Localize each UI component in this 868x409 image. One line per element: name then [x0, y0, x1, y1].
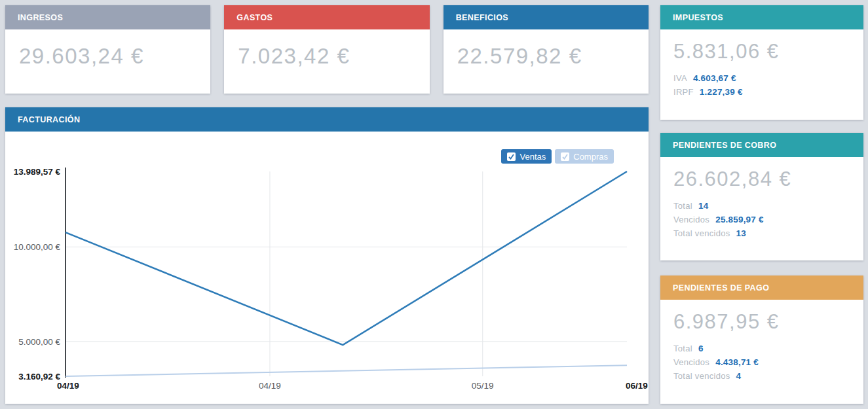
- pendientes-pago-card-header: PENDIENTES DE PAGO: [660, 276, 863, 300]
- gastos-value: 7.023,42 €: [238, 44, 415, 69]
- beneficios-card-header: BENEFICIOS: [443, 5, 649, 29]
- stat-row: Vencidos4.438,71 €: [673, 357, 850, 367]
- gastos-card-header: GASTOS: [224, 5, 429, 29]
- stat-label: IRPF: [673, 87, 694, 97]
- facturacion-line-chart: 13.989,57 €10.000,00 €5.000,00 €3.160,92…: [5, 132, 649, 404]
- beneficios-title: BENEFICIOS: [456, 13, 508, 22]
- y-axis-tick-label: 5.000,00 €: [18, 337, 60, 347]
- pendientes-pago-stats: Total6 Vencidos4.438,71 € Total vencidos…: [673, 344, 850, 381]
- x-axis-tick-label: 06/19: [626, 381, 648, 391]
- impuestos-stats: IVA4.603,67 € IRPF1.227,39 €: [673, 73, 850, 97]
- stat-row: Total14: [673, 201, 850, 211]
- checkbox-checked-icon: [507, 152, 516, 161]
- beneficios-card-body: 22.579,82 €: [443, 29, 649, 69]
- pendientes-pago-value: 6.987,95 €: [673, 310, 850, 334]
- legend-ventas-button[interactable]: Ventas: [501, 149, 552, 164]
- stat-label: Vencidos: [673, 357, 709, 367]
- stat-value: 14: [698, 201, 708, 211]
- gastos-title: GASTOS: [236, 13, 273, 22]
- stat-row: IVA4.603,67 €: [673, 73, 850, 83]
- stat-value: 4.603,67 €: [693, 73, 736, 83]
- stat-value: 4: [736, 371, 742, 381]
- pendientes-cobro-card-header: PENDIENTES DE COBRO: [660, 133, 863, 157]
- stat-label: Total vencidos: [673, 371, 730, 381]
- stat-label: Total: [673, 201, 692, 211]
- stat-row: IRPF1.227,39 €: [673, 87, 850, 97]
- y-axis-tick-label: 13.989,57 €: [14, 167, 61, 177]
- pendientes-cobro-card-body: 26.602,84 € Total14 Vencidos25.859,97 € …: [660, 157, 863, 238]
- pendientes-cobro-title: PENDIENTES DE COBRO: [673, 141, 776, 150]
- pendientes-pago-card-body: 6.987,95 € Total6 Vencidos4.438,71 € Tot…: [660, 300, 863, 381]
- stat-label: Total: [673, 344, 692, 353]
- stat-value: 1.227,39 €: [700, 87, 743, 97]
- stat-row: Vencidos25.859,97 €: [673, 215, 850, 224]
- chart-legend: Ventas Compras: [501, 149, 614, 164]
- pendientes-pago-title: PENDIENTES DE PAGO: [673, 283, 769, 293]
- facturacion-card-header: FACTURACIÓN: [5, 107, 649, 132]
- impuestos-card-header: IMPUESTOS: [660, 5, 863, 29]
- x-axis-tick-label: 04/19: [259, 381, 281, 391]
- stat-label: Total vencidos: [673, 228, 730, 238]
- legend-compras-button[interactable]: Compras: [555, 149, 614, 164]
- impuestos-title: IMPUESTOS: [673, 13, 723, 22]
- impuestos-card: IMPUESTOS 5.831,06 € IVA4.603,67 € IRPF1…: [660, 5, 863, 120]
- pendientes-cobro-stats: Total14 Vencidos25.859,97 € Total vencid…: [673, 201, 850, 238]
- gastos-card: GASTOS 7.023,42 €: [224, 5, 429, 94]
- side-column: IMPUESTOS 5.831,06 € IVA4.603,67 € IRPF1…: [660, 5, 863, 404]
- gastos-card-body: 7.023,42 €: [224, 29, 429, 69]
- stat-value: 6: [698, 344, 704, 353]
- checkbox-checked-icon: [561, 152, 569, 161]
- legend-ventas-label: Ventas: [519, 152, 546, 162]
- stat-label: Vencidos: [673, 215, 709, 224]
- pendientes-cobro-card: PENDIENTES DE COBRO 26.602,84 € Total14 …: [660, 133, 863, 260]
- series-line-compras: [66, 365, 627, 376]
- stat-value: 25.859,97 €: [715, 215, 764, 224]
- facturacion-title: FACTURACIÓN: [18, 115, 80, 124]
- impuestos-value: 5.831,06 €: [673, 40, 850, 63]
- pendientes-cobro-value: 26.602,84 €: [673, 168, 850, 191]
- facturacion-chart-area: Ventas Compras 13.989,57 €10.000,00 €5.0…: [5, 132, 649, 404]
- y-axis-tick-label: 3.160,92 €: [18, 372, 60, 382]
- stat-row: Total6: [673, 344, 850, 353]
- y-axis-tick-label: 10.000,00 €: [14, 242, 61, 252]
- ingresos-card: INGRESOS 29.603,24 €: [5, 5, 210, 94]
- ingresos-title: INGRESOS: [18, 13, 63, 22]
- stat-row: Total vencidos13: [673, 228, 850, 238]
- series-line-ventas: [66, 171, 627, 345]
- main-column: INGRESOS 29.603,24 € GASTOS 7.023,42 € B…: [5, 5, 649, 404]
- impuestos-card-body: 5.831,06 € IVA4.603,67 € IRPF1.227,39 €: [660, 29, 863, 97]
- facturacion-card: FACTURACIÓN Ventas Compras 13.989,57 €10…: [5, 107, 649, 404]
- ingresos-card-header: INGRESOS: [5, 5, 210, 29]
- pendientes-pago-card: PENDIENTES DE PAGO 6.987,95 € Total6 Ven…: [660, 276, 863, 404]
- x-axis-tick-label: 05/19: [472, 381, 494, 391]
- x-axis-tick-label: 04/19: [57, 381, 79, 391]
- beneficios-value: 22.579,82 €: [457, 44, 635, 69]
- summary-row: INGRESOS 29.603,24 € GASTOS 7.023,42 € B…: [5, 5, 649, 94]
- legend-compras-label: Compras: [573, 152, 608, 162]
- ingresos-card-body: 29.603,24 €: [5, 29, 210, 69]
- ingresos-value: 29.603,24 €: [19, 44, 197, 69]
- beneficios-card: BENEFICIOS 22.579,82 €: [443, 5, 649, 94]
- stat-label: IVA: [673, 73, 687, 83]
- stat-row: Total vencidos4: [673, 371, 850, 381]
- stat-value: 13: [736, 228, 746, 238]
- stat-value: 4.438,71 €: [715, 357, 759, 367]
